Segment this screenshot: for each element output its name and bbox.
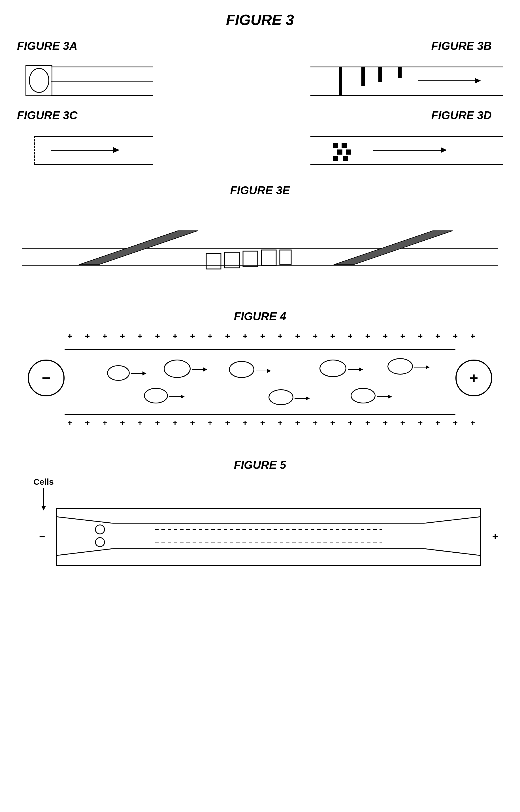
- fig3b-bar1: [339, 66, 342, 95]
- fig4-title: FIGURE 4: [17, 310, 503, 323]
- fig3b-diagram: [310, 58, 503, 103]
- fig4-diagram: + + + + + + + + + + + + + + + + + + + + …: [22, 328, 498, 436]
- fig4-oval6: [144, 388, 168, 403]
- fig3a-title: FIGURE 3A: [17, 39, 254, 52]
- fig5-cells-label: Cells: [33, 477, 54, 487]
- fig5-electrode-bot: [96, 538, 105, 547]
- fig3c-top-line: [34, 136, 153, 137]
- fig3a-circle: [29, 68, 49, 93]
- fig5-minus-label: −: [39, 531, 45, 543]
- fig3b-bar4: [398, 66, 401, 78]
- fig4-plus-bot: + + + + + + + + + + + + + + + + + + + + …: [68, 418, 480, 428]
- fig3b-section: FIGURE 3B: [266, 39, 503, 103]
- fig5-inner-top-right: [424, 517, 481, 523]
- fig3cd-row: FIGURE 3C FIGURE 3D: [17, 109, 503, 173]
- fig3c-bot-line: [34, 164, 153, 165]
- fig3b-bar3: [379, 66, 382, 82]
- fig4-oval2: [164, 359, 190, 378]
- fig4-arrow1: [131, 372, 147, 375]
- fig3a-mid-line: [51, 81, 153, 82]
- fig3d-sq5: [333, 156, 338, 161]
- fig4-oval5: [387, 358, 413, 375]
- fig4-arrow7: [294, 396, 310, 400]
- fig3c-arrow: [51, 147, 120, 153]
- fig4-minus-circle: −: [28, 359, 64, 396]
- fig3d-section: FIGURE 3D: [266, 109, 503, 173]
- fig5-title: FIGURE 5: [17, 459, 503, 471]
- fig3e-cell3: [243, 251, 258, 267]
- fig4-plus-top: + + + + + + + + + + + + + + + + + + + + …: [68, 331, 480, 341]
- fig3a-top-line: [51, 66, 153, 67]
- fig5-inner-bot-right: [424, 549, 481, 556]
- fig5-diagram: Cells: [22, 477, 498, 579]
- fig5-inner-bot-left: [56, 549, 113, 556]
- fig3e-cell1: [206, 253, 221, 269]
- fig3e-cell5: [280, 250, 291, 265]
- fig3b-bar2: [361, 66, 365, 86]
- fig4-arrow6: [170, 395, 185, 399]
- fig3d-sq4: [346, 150, 351, 155]
- fig4-oval4: [319, 359, 346, 377]
- fig5-channel-svg: [56, 507, 481, 566]
- fig3d-title: FIGURE 3D: [266, 109, 503, 122]
- fig5-cells-arrow: [41, 488, 46, 511]
- fig3c-title: FIGURE 3C: [17, 109, 254, 122]
- fig4-section: FIGURE 4 + + + + + + + + + + + + + + + +…: [17, 310, 503, 436]
- fig3b-arrow: [418, 78, 481, 83]
- fig4-oval3: [229, 361, 254, 378]
- fig4-bot-bar: [64, 414, 456, 415]
- fig4-plus-symbol: +: [470, 370, 478, 386]
- fig3d-sq1: [333, 143, 338, 148]
- fig3e-cell2: [225, 252, 239, 268]
- fig3d-arrow: [373, 147, 447, 153]
- fig3d-bot-line: [310, 164, 503, 165]
- fig3e-svg: [22, 202, 498, 293]
- fig3e-left-ramp: [79, 231, 198, 265]
- fig3e-title: FIGURE 3E: [17, 184, 503, 197]
- fig3e-right-ramp: [334, 231, 452, 265]
- fig3c-diagram: [17, 128, 159, 173]
- fig4-arrow2: [192, 368, 207, 372]
- fig4-minus-symbol: −: [42, 370, 50, 386]
- fig4-top-bar: [64, 349, 456, 350]
- fig5-plus-label: +: [492, 531, 498, 543]
- fig3c-section: FIGURE 3C: [17, 109, 254, 173]
- fig4-oval7: [268, 389, 293, 405]
- fig3d-sq6: [343, 156, 348, 161]
- fig3c-dashed-v: [34, 136, 35, 164]
- fig3d-diagram: [310, 128, 503, 173]
- fig5-inner-top-left: [56, 517, 113, 523]
- fig5-section: FIGURE 5 Cells: [17, 459, 503, 579]
- fig4-plus-circle: +: [456, 359, 492, 396]
- fig4-oval1: [107, 365, 130, 381]
- fig3a-section: FIGURE 3A: [17, 39, 254, 103]
- fig3e-section: FIGURE 3E: [17, 184, 503, 293]
- figure3-title: FIGURE 3: [17, 11, 503, 28]
- fig4-arrow8: [377, 395, 392, 399]
- fig3ab-row: FIGURE 3A FIGURE 3B: [17, 39, 503, 103]
- fig3d-top-line: [310, 136, 503, 137]
- fig3b-title: FIGURE 3B: [266, 39, 503, 52]
- page: FIGURE 3 FIGURE 3A FIGURE 3B: [0, 0, 520, 607]
- fig4-arrow3: [256, 369, 271, 373]
- fig3e-diagram: [22, 202, 498, 293]
- fig4-oval8: [350, 388, 375, 403]
- fig4-arrow5: [414, 365, 430, 369]
- fig3d-sq3: [337, 150, 342, 155]
- fig3a-bot-line: [51, 95, 153, 96]
- fig3d-sq2: [342, 143, 347, 148]
- fig3b-bot-line: [310, 95, 503, 96]
- fig4-arrow4: [348, 368, 363, 372]
- fig5-electrode-top: [96, 525, 105, 534]
- fig3a-diagram: [17, 58, 159, 103]
- fig3e-cell4: [261, 250, 276, 266]
